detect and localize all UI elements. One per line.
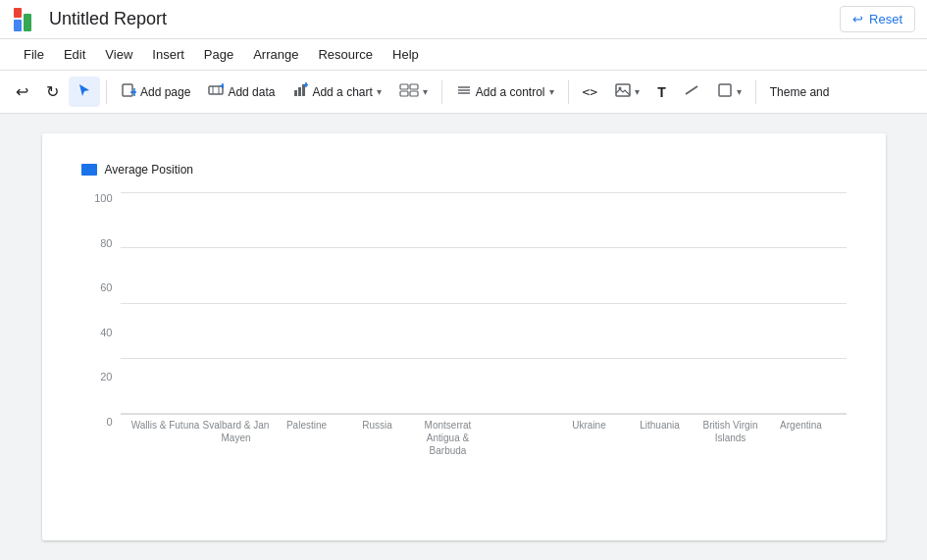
- add-control-button[interactable]: Add a control ▾: [448, 76, 562, 107]
- add-chart-icon: [292, 82, 308, 101]
- undo-button[interactable]: ↩: [8, 76, 36, 107]
- divider-3: [568, 80, 569, 104]
- x-label-argentina: Argentina: [766, 419, 837, 457]
- scorecard-dropdown-arrow: ▾: [423, 86, 428, 97]
- theme-button[interactable]: Theme and: [762, 79, 838, 105]
- add-data-button[interactable]: Add data: [200, 76, 283, 107]
- svg-rect-16: [400, 84, 408, 89]
- reset-label: Reset: [869, 12, 902, 26]
- grid-lines: [121, 192, 847, 415]
- x-labels: Wallis & Futuna Svalbard & Jan Mayen Pal…: [121, 419, 847, 457]
- divider-2: [441, 80, 442, 104]
- svg-rect-26: [719, 84, 731, 96]
- x-label-ukraine: Ukraine: [554, 419, 625, 457]
- svg-rect-19: [410, 91, 418, 96]
- reset-icon: ↩: [852, 12, 863, 26]
- scorecard-icon: [399, 82, 419, 101]
- svg-rect-2: [14, 8, 22, 18]
- svg-rect-13: [302, 84, 305, 96]
- add-scorecard-button[interactable]: ▾: [391, 76, 436, 107]
- redo-button[interactable]: ↻: [38, 76, 67, 107]
- svg-rect-0: [14, 20, 22, 31]
- add-page-button[interactable]: Add page: [113, 76, 198, 107]
- menu-edit[interactable]: Edit: [56, 43, 93, 66]
- x-label-bvi: British Virgin Islands: [695, 419, 766, 457]
- x-label-svalbard: Svalbard & Jan Mayen: [201, 419, 272, 457]
- menu-help[interactable]: Help: [385, 43, 427, 66]
- report-page: Average Position 100 80 60 40 20 0: [42, 133, 886, 540]
- y-label-60: 60: [100, 281, 112, 293]
- menu-arrange[interactable]: Arrange: [245, 43, 306, 66]
- add-page-icon: [121, 82, 136, 101]
- image-dropdown-arrow: ▾: [635, 86, 640, 97]
- legend-color-swatch: [81, 164, 97, 176]
- add-page-label: Add page: [140, 85, 190, 99]
- chart-legend: Average Position: [81, 163, 847, 177]
- embed-button[interactable]: <>: [575, 78, 606, 105]
- code-icon: <>: [583, 84, 598, 99]
- toolbar: ↩ ↻ Add page Add data Add a chart ▾ ▾: [0, 71, 927, 114]
- chart-dropdown-arrow: ▾: [377, 86, 382, 97]
- svg-rect-12: [298, 87, 301, 96]
- y-label-20: 20: [100, 371, 112, 382]
- y-label-80: 80: [100, 237, 112, 249]
- canvas-area: Average Position 100 80 60 40 20 0: [0, 114, 927, 560]
- shape-icon: [717, 82, 733, 101]
- x-label-palestine: Palestine: [272, 419, 342, 457]
- legend-label: Average Position: [105, 163, 194, 177]
- chart-container: Average Position 100 80 60 40 20 0: [81, 163, 847, 496]
- add-data-icon: [208, 82, 224, 101]
- theme-label: Theme and: [770, 85, 830, 99]
- svg-line-25: [686, 86, 697, 94]
- bars-container: [121, 192, 847, 414]
- select-button[interactable]: [69, 76, 100, 107]
- svg-rect-11: [294, 90, 297, 96]
- control-dropdown-arrow: ▾: [549, 86, 554, 97]
- menu-view[interactable]: View: [97, 43, 140, 66]
- add-chart-button[interactable]: Add a chart ▾: [284, 76, 388, 107]
- svg-rect-3: [123, 84, 132, 96]
- image-button[interactable]: ▾: [607, 76, 647, 107]
- y-axis: 100 80 60 40 20 0: [81, 192, 121, 457]
- svg-rect-1: [24, 14, 31, 31]
- x-label-antigua: [484, 419, 554, 457]
- svg-rect-17: [410, 84, 418, 89]
- shape-dropdown-arrow: ▾: [737, 86, 742, 97]
- x-label-wallis: Wallis & Futuna: [130, 419, 201, 457]
- menu-file[interactable]: File: [16, 43, 52, 66]
- cursor-icon: [77, 82, 92, 101]
- menu-insert[interactable]: Insert: [144, 43, 192, 66]
- add-control-label: Add a control: [476, 85, 545, 99]
- line-icon: [684, 82, 699, 101]
- y-label-0: 0: [106, 416, 112, 428]
- line-button[interactable]: [676, 76, 707, 107]
- text-icon: T: [657, 84, 666, 100]
- reset-button[interactable]: ↩ Reset: [840, 6, 915, 32]
- menu-resource[interactable]: Resource: [310, 43, 381, 66]
- title-bar: Untitled Report ↩ Reset: [0, 0, 927, 39]
- y-label-40: 40: [100, 327, 112, 338]
- report-title: Untitled Report: [49, 9, 840, 29]
- app-logo: [12, 6, 39, 33]
- shape-button[interactable]: ▾: [709, 76, 749, 107]
- y-label-100: 100: [94, 192, 112, 204]
- chart-plot: Wallis & Futuna Svalbard & Jan Mayen Pal…: [121, 192, 847, 457]
- x-label-lithuania: Lithuania: [625, 419, 695, 457]
- image-icon: [615, 82, 631, 101]
- svg-rect-18: [400, 91, 408, 96]
- svg-rect-23: [616, 84, 630, 96]
- redo-icon: ↻: [46, 82, 59, 101]
- x-label-montserrat: Montserrat Antigua & Barbuda: [413, 419, 484, 457]
- menu-bar: File Edit View Insert Page Arrange Resou…: [0, 39, 927, 71]
- undo-icon: ↩: [16, 82, 28, 101]
- divider-1: [106, 80, 107, 104]
- divider-4: [755, 80, 756, 104]
- add-chart-label: Add a chart: [312, 85, 372, 99]
- x-label-russia: Russia: [342, 419, 413, 457]
- svg-rect-6: [209, 86, 223, 94]
- menu-page[interactable]: Page: [196, 43, 241, 66]
- text-button[interactable]: T: [649, 78, 674, 106]
- chart-body: 100 80 60 40 20 0: [81, 192, 847, 457]
- control-icon: [456, 82, 472, 101]
- add-data-label: Add data: [228, 85, 275, 99]
